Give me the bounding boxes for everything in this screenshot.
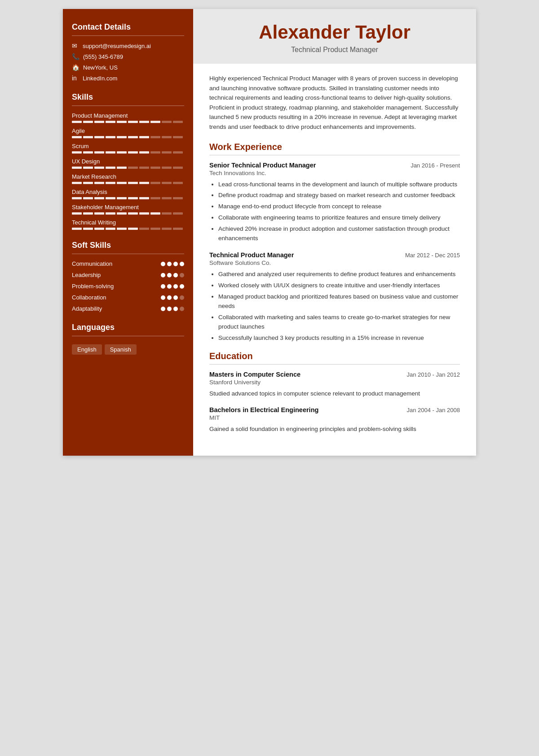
skill-segment xyxy=(94,182,104,184)
contact-title: Contact Details xyxy=(72,22,184,32)
soft-skill-dot xyxy=(173,273,178,277)
skill-name: UX Design xyxy=(72,158,184,165)
skill-item: Market Research xyxy=(72,173,184,184)
skill-segment xyxy=(83,167,93,169)
skill-segment xyxy=(128,182,138,184)
soft-skill-dot xyxy=(161,307,165,311)
main-body: Highly experienced Technical Product Man… xyxy=(193,74,476,456)
skill-segment xyxy=(150,197,160,199)
skill-item: Scrum xyxy=(72,143,184,154)
skill-segment xyxy=(139,151,149,154)
soft-skill-name: Problem-solving xyxy=(72,283,114,290)
skill-segment xyxy=(162,151,172,154)
soft-skills-divider xyxy=(72,254,184,254)
contact-item: ✉support@resumedesign.ai xyxy=(72,42,184,49)
skill-segment xyxy=(83,136,93,138)
education-entry: Bachelors in Electrical Engineering Jan … xyxy=(209,406,460,434)
job-company: Tech Innovations Inc. xyxy=(209,170,460,176)
work-experience-section: Work Experience Senior Technical Product… xyxy=(209,142,460,343)
language-tag: Spanish xyxy=(105,344,137,355)
work-experience-divider xyxy=(209,155,460,155)
job-date: Jan 2016 - Present xyxy=(411,162,460,169)
skill-segment xyxy=(94,228,104,230)
skill-segment xyxy=(128,151,138,154)
job-title: Technical Product Manager xyxy=(209,251,294,259)
main-content: Alexander Taylor Technical Product Manag… xyxy=(193,9,476,456)
skill-segment xyxy=(150,121,160,123)
languages-title: Languages xyxy=(72,323,184,332)
contact-section: Contact Details ✉support@resumedesign.ai… xyxy=(72,22,184,82)
contact-text: support@resumedesign.ai xyxy=(83,43,151,49)
candidate-title: Technical Product Manager xyxy=(209,46,460,54)
skill-segment xyxy=(128,197,138,199)
skill-segment xyxy=(106,121,115,123)
skill-item: UX Design xyxy=(72,158,184,169)
skill-segment xyxy=(150,212,160,215)
soft-skill-dot xyxy=(167,295,172,300)
skill-segment xyxy=(94,136,104,138)
skill-name: Market Research xyxy=(72,173,184,180)
skill-segment xyxy=(162,228,172,230)
skill-segment xyxy=(150,228,160,230)
candidate-name: Alexander Taylor xyxy=(209,22,460,43)
soft-skill-dot xyxy=(167,273,172,277)
skill-segment xyxy=(94,212,104,215)
skill-segment xyxy=(173,182,183,184)
skill-segment xyxy=(139,197,149,199)
sidebar: Contact Details ✉support@resumedesign.ai… xyxy=(63,9,193,456)
job-header: Technical Product Manager Mar 2012 - Dec… xyxy=(209,251,460,259)
education-entry: Masters in Computer Science Jan 2010 - J… xyxy=(209,371,460,399)
skill-segment xyxy=(173,151,183,154)
skill-segment xyxy=(72,212,82,215)
education-section: Education Masters in Computer Science Ja… xyxy=(209,351,460,435)
soft-skill-dot xyxy=(173,295,178,300)
skills-section: Skills Product ManagementAgileScrumUX De… xyxy=(72,92,184,230)
job-bullet: Successfully launched 3 key products res… xyxy=(218,334,460,343)
skill-item: Data Analysis xyxy=(72,189,184,199)
skill-segment xyxy=(72,228,82,230)
languages-list: EnglishSpanish xyxy=(72,343,184,355)
skill-segment xyxy=(117,121,127,123)
soft-skill-item: Collaboration xyxy=(72,294,184,301)
skill-name: Scrum xyxy=(72,143,184,149)
contact-item: 🏠NewYork, US xyxy=(72,64,184,71)
education-divider xyxy=(209,364,460,365)
skill-segment xyxy=(162,212,172,215)
skill-segment xyxy=(72,121,82,123)
soft-skills-list: CommunicationLeadershipProblem-solvingCo… xyxy=(72,260,184,312)
skill-segment xyxy=(173,228,183,230)
skill-segment xyxy=(139,121,149,123)
contact-text: LinkedIn.com xyxy=(83,75,117,82)
languages-divider xyxy=(72,336,184,336)
job-date: Mar 2012 - Dec 2015 xyxy=(405,252,460,259)
job-entry: Senior Technical Product Manager Jan 201… xyxy=(209,162,460,244)
edu-date: Jan 2010 - Jan 2012 xyxy=(406,371,460,378)
soft-skill-name: Adaptability xyxy=(72,305,102,312)
skill-segment xyxy=(162,121,172,123)
skill-segment xyxy=(83,151,93,154)
skill-segment xyxy=(72,197,82,199)
soft-skill-item: Leadership xyxy=(72,272,184,278)
skill-segment xyxy=(106,167,115,169)
skill-segment xyxy=(150,182,160,184)
skill-segment xyxy=(173,167,183,169)
skill-segment xyxy=(139,212,149,215)
skill-segment xyxy=(83,212,93,215)
soft-skill-item: Adaptability xyxy=(72,305,184,312)
skill-item: Technical Writing xyxy=(72,219,184,230)
skill-name: Data Analysis xyxy=(72,189,184,195)
skill-segment xyxy=(72,182,82,184)
skill-segment xyxy=(128,212,138,215)
job-title: Senior Technical Product Manager xyxy=(209,162,316,169)
skill-segment xyxy=(139,167,149,169)
soft-skill-dot xyxy=(161,273,165,277)
soft-skill-dot xyxy=(161,262,165,266)
skill-segment xyxy=(173,136,183,138)
contact-divider xyxy=(72,35,184,36)
skill-segment xyxy=(117,197,127,199)
contact-list: ✉support@resumedesign.ai📞(555) 345-6789🏠… xyxy=(72,42,184,82)
skill-segment xyxy=(139,228,149,230)
job-bullet: Managed product backlog and prioritized … xyxy=(218,292,460,311)
job-company: Software Solutions Co. xyxy=(209,259,460,266)
soft-skill-dot xyxy=(173,262,178,266)
